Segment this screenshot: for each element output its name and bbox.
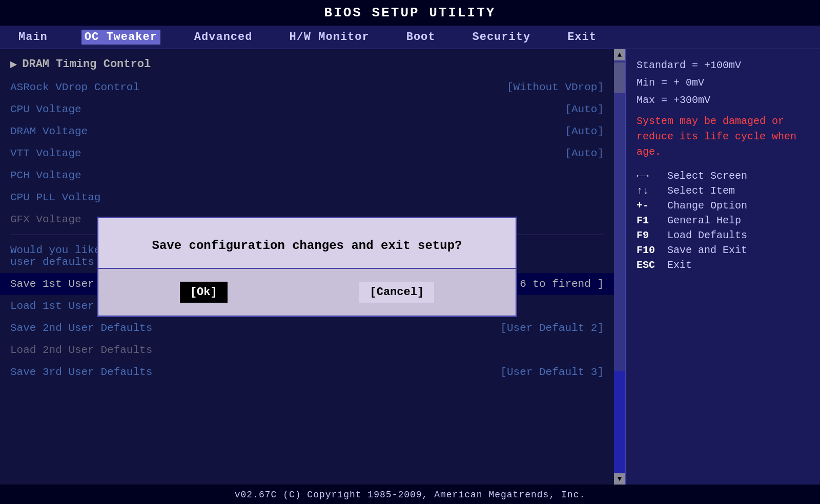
content-wrapper: ▶ DRAM Timing Control ASRock VDrop Contr… bbox=[0, 49, 820, 485]
ok-button[interactable]: [Ok] bbox=[180, 282, 228, 303]
main-area: ▶ DRAM Timing Control ASRock VDrop Contr… bbox=[0, 49, 820, 485]
menu-bar: Main OC Tweaker Advanced H/W Monitor Boo… bbox=[0, 26, 820, 49]
max-info: Max = +300mV bbox=[637, 92, 810, 109]
scroll-thumb-top[interactable] bbox=[614, 62, 625, 93]
cancel-button[interactable]: [Cancel] bbox=[359, 282, 434, 303]
key-save-exit: F10 Save and Exit bbox=[637, 244, 810, 256]
dialog-overlay: Save configuration changes and exit setu… bbox=[0, 49, 614, 485]
warning-text: System may be damaged or reduce its life… bbox=[637, 114, 810, 160]
menu-item-exit[interactable]: Exit bbox=[564, 30, 600, 45]
key-esc-exit: ESC Exit bbox=[637, 259, 810, 271]
left-panel: ▶ DRAM Timing Control ASRock VDrop Contr… bbox=[0, 49, 614, 485]
scroll-thumb-bottom[interactable] bbox=[614, 371, 625, 473]
menu-item-main[interactable]: Main bbox=[15, 30, 51, 45]
scroll-up-arrow[interactable]: ▲ bbox=[614, 49, 625, 60]
footer: v02.67C (C) Copyright 1985-2009, America… bbox=[0, 485, 820, 504]
footer-text: v02.67C (C) Copyright 1985-2009, America… bbox=[235, 490, 586, 500]
menu-item-octweaker[interactable]: OC Tweaker bbox=[81, 30, 160, 45]
standard-info: Standard = +100mV bbox=[637, 57, 810, 74]
menu-item-advanced[interactable]: Advanced bbox=[191, 30, 256, 45]
menu-item-boot[interactable]: Boot bbox=[403, 30, 439, 45]
title-text: BIOS SETUP UTILITY bbox=[324, 5, 496, 20]
scroll-down-arrow[interactable]: ▼ bbox=[614, 473, 625, 485]
key-change-option: +- Change Option bbox=[637, 200, 810, 212]
key-select-item: ↑↓ Select Item bbox=[637, 185, 810, 197]
dialog-box: Save configuration changes and exit setu… bbox=[97, 217, 517, 317]
key-select-screen: ←→ Select Screen bbox=[637, 170, 810, 182]
bios-title: BIOS SETUP UTILITY bbox=[0, 0, 820, 26]
dialog-buttons: [Ok] [Cancel] bbox=[98, 269, 516, 316]
key-load-defaults: F9 Load Defaults bbox=[637, 229, 810, 241]
min-info: Min = + 0mV bbox=[637, 75, 810, 91]
key-general-help: F1 General Help bbox=[637, 215, 810, 226]
menu-item-security[interactable]: Security bbox=[469, 30, 534, 45]
key-help: ←→ Select Screen ↑↓ Select Item +- Chang… bbox=[637, 170, 810, 271]
scrollbar[interactable]: ▲ ▼ bbox=[614, 49, 625, 485]
dialog-message: Save configuration changes and exit setu… bbox=[98, 218, 516, 269]
menu-item-hwmonitor[interactable]: H/W Monitor bbox=[286, 30, 372, 45]
right-panel: Standard = +100mV Min = + 0mV Max = +300… bbox=[625, 49, 820, 485]
